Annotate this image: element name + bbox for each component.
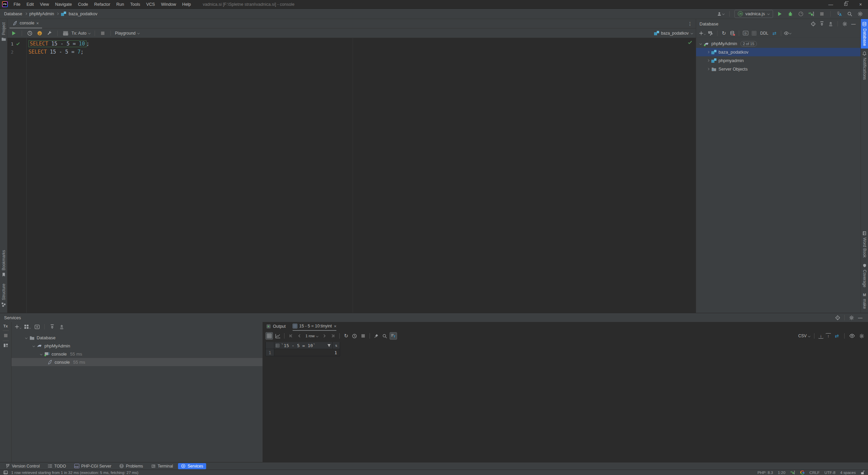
navigate-button[interactable]: ⇄: [833, 332, 841, 340]
column-header[interactable]: `15 - 5 = 10`: [274, 342, 333, 349]
tree-item-baza-podatkov[interactable]: baza_podatkov: [696, 48, 861, 56]
run-configuration-select[interactable]: JS vadnica.js: [734, 10, 773, 18]
tool-window-tab-notifications[interactable]: Notifications: [861, 49, 868, 82]
service-node-phpmyadmin[interactable]: phpMyAdmin: [12, 342, 262, 350]
settings-button[interactable]: [856, 10, 864, 18]
menu-run[interactable]: Run: [113, 0, 127, 9]
execute-button[interactable]: [10, 30, 18, 37]
google-translate-widget-icon[interactable]: [800, 470, 805, 475]
value-cell[interactable]: 1: [274, 349, 340, 356]
tree-item-server-objects[interactable]: Server Objects: [696, 65, 861, 73]
reload-page-button[interactable]: ↻: [342, 332, 350, 340]
more-options-icon[interactable]: ⋮: [688, 21, 692, 26]
refresh-button[interactable]: ↻: [720, 30, 728, 37]
last-page-button[interactable]: [329, 332, 337, 340]
next-page-button[interactable]: [321, 332, 328, 340]
status-message[interactable]: 1 row retrieved starting from 1 in 32 ms…: [11, 471, 138, 475]
hide-panel-button[interactable]: —: [856, 314, 864, 321]
encoding-widget[interactable]: UTF-8: [824, 471, 835, 475]
history-button[interactable]: [26, 30, 34, 37]
tree-item-phpmyadmin-root[interactable]: phpMyAdmin 2 of 15: [696, 39, 861, 48]
menu-refactor[interactable]: Refactor: [91, 0, 113, 9]
first-page-button[interactable]: [287, 332, 295, 340]
line-gutter[interactable]: 2: [7, 50, 26, 55]
panel-settings-button[interactable]: [841, 20, 848, 27]
line-gutter[interactable]: 1: [7, 41, 26, 46]
collapse-all-button[interactable]: [58, 323, 65, 330]
console-settings-button[interactable]: [46, 30, 53, 37]
tool-window-tab-project[interactable]: Project: [0, 19, 7, 44]
php-version-widget[interactable]: PHP: 8.3: [757, 471, 773, 475]
service-node-console-file[interactable]: console 55 ms: [12, 358, 262, 366]
export-data-button[interactable]: ↓: [818, 333, 824, 339]
navigate-datasource-button[interactable]: ⇄: [771, 30, 778, 37]
tab-result-grid[interactable]: 15 - 5 = 10:tinyint ×: [293, 322, 337, 331]
menu-edit[interactable]: Edit: [23, 0, 37, 9]
indent-widget[interactable]: 4 spaces: [840, 471, 856, 475]
php-interpreter-button[interactable]: p: [36, 30, 43, 37]
layout-button[interactable]: [3, 343, 8, 347]
breadcrumb-database[interactable]: Database: [4, 12, 22, 16]
service-node-console-session[interactable]: console 55 ms: [12, 350, 262, 358]
restore-button[interactable]: [838, 0, 853, 8]
inspection-status-icon[interactable]: [688, 40, 692, 45]
debug-listener-button[interactable]: [808, 10, 815, 18]
grid-corner-cell[interactable]: [265, 342, 274, 349]
panel-settings-button[interactable]: [848, 314, 855, 321]
import-data-button[interactable]: ↑: [826, 333, 831, 339]
result-settings-button[interactable]: [858, 332, 865, 340]
jump-to-console-button[interactable]: QL: [742, 30, 749, 37]
menu-vcs[interactable]: VCS: [143, 0, 158, 9]
group-by-button[interactable]: [24, 323, 31, 330]
menu-view[interactable]: View: [37, 0, 52, 9]
tool-window-tab-database[interactable]: Database: [861, 19, 868, 49]
tab-todo[interactable]: TODO: [45, 463, 69, 469]
lock-icon[interactable]: [861, 470, 865, 475]
tool-window-tab-make[interactable]: M make: [861, 290, 868, 311]
run-button[interactable]: [776, 10, 784, 18]
add-service-button[interactable]: [14, 323, 22, 330]
open-in-new-frame-button[interactable]: [33, 323, 41, 330]
previous-page-button[interactable]: [296, 332, 303, 340]
tool-window-tab-word-book[interactable]: A Word Book: [861, 228, 868, 260]
view-options-button[interactable]: [848, 332, 856, 340]
disconnect-button[interactable]: [729, 30, 736, 37]
open-table-button[interactable]: [750, 30, 758, 37]
grid-view-button[interactable]: [265, 332, 273, 340]
stop-button[interactable]: [818, 10, 826, 18]
tab-version-control[interactable]: Version Control: [3, 463, 43, 469]
cancel-query-button[interactable]: [359, 332, 367, 340]
tx-mode-select[interactable]: Tx: Auto: [72, 31, 91, 36]
pin-tab-button[interactable]: [373, 332, 380, 340]
sql-editor[interactable]: 1 SELECT 15 - 5 = 10; 2 SELECT 15 - 5 = …: [7, 38, 696, 313]
tool-window-tab-bookmarks[interactable]: Bookmarks: [0, 247, 7, 280]
breadcrumb-phpmyadmin[interactable]: phpMyAdmin: [29, 12, 54, 16]
export-format-select[interactable]: CSV: [798, 334, 810, 338]
stop-console-button[interactable]: [99, 30, 106, 37]
layout-widget-icon[interactable]: [3, 471, 8, 474]
locate-button[interactable]: [809, 20, 817, 27]
phone-bug-icon[interactable]: [790, 470, 795, 475]
line-separator-widget[interactable]: CRLF: [809, 471, 820, 475]
tree-item-phpmyadmin-schema[interactable]: phpmyadmin: [696, 56, 861, 65]
translate-button[interactable]: A: [835, 10, 843, 18]
search-everywhere-button[interactable]: [846, 10, 853, 18]
playground-select[interactable]: Playground: [115, 31, 140, 36]
caret-position-widget[interactable]: 1:20: [778, 471, 785, 475]
expand-all-button[interactable]: [818, 20, 826, 27]
hide-panel-button[interactable]: —: [850, 20, 857, 27]
output-layout-button[interactable]: [62, 30, 69, 37]
minimize-button[interactable]: —: [823, 0, 838, 8]
expand-all-button[interactable]: [48, 323, 56, 330]
breadcrumb-schema[interactable]: baza_podatkov: [68, 12, 97, 16]
close-tab-icon[interactable]: ×: [334, 324, 337, 329]
new-datasource-button[interactable]: [698, 30, 706, 37]
filter-panel-button[interactable]: [390, 332, 397, 340]
ddl-button[interactable]: DDL: [759, 31, 770, 36]
view-options-button[interactable]: [784, 30, 791, 37]
menu-window[interactable]: Window: [158, 0, 179, 9]
menu-file[interactable]: File: [11, 0, 23, 9]
chart-view-button[interactable]: [274, 332, 281, 340]
tx-toggle-button[interactable]: Tx: [3, 324, 8, 328]
page-size-select[interactable]: 1 row: [304, 334, 320, 338]
